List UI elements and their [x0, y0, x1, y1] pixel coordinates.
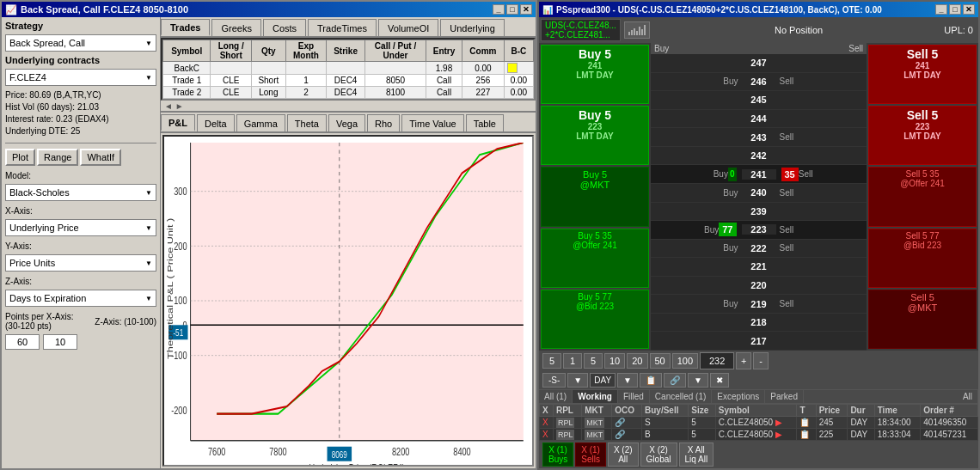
- ob-row-220: 220: [651, 277, 867, 296]
- buy-mkt-label: Buy 5: [543, 169, 646, 180]
- svg-text:8069: 8069: [332, 449, 348, 460]
- oco-1[interactable]: 🔗: [615, 418, 625, 427]
- tab-greeks[interactable]: Greeks: [211, 19, 260, 36]
- dropdown-btn-2[interactable]: ▼: [617, 373, 638, 388]
- cancel-x-2[interactable]: X: [542, 430, 548, 439]
- cancel-all-btn[interactable]: X (2) All: [608, 443, 639, 467]
- yaxis-dropdown[interactable]: Price Units ▼: [5, 254, 156, 272]
- liq-all-btn[interactable]: X All Liq All: [679, 443, 714, 467]
- sell-mkt-btn[interactable]: Sell 5 @MKT: [868, 290, 977, 349]
- mini-chart-icon[interactable]: [624, 21, 650, 39]
- qty-plus-btn[interactable]: +: [736, 352, 751, 369]
- range-button[interactable]: Range: [37, 149, 78, 166]
- rpl-btn-1[interactable]: RPL: [556, 418, 575, 428]
- zaxis-dropdown[interactable]: Days to Expiration ▼: [5, 290, 156, 307]
- tab-costs[interactable]: Costs: [263, 19, 306, 36]
- yaxis-row: Y-Axis:: [5, 241, 156, 251]
- tab-underlying[interactable]: Underlying: [440, 19, 505, 36]
- mkt-btn-1[interactable]: MKT: [585, 418, 604, 428]
- col-rpl: RPL: [553, 405, 581, 417]
- ob-price-239: 239: [742, 206, 776, 217]
- side-2: B: [642, 429, 689, 441]
- z-axis-value: Days to Expiration: [9, 293, 86, 303]
- model-dropdown[interactable]: Black-Scholes ▼: [5, 184, 156, 201]
- link-btn[interactable]: 🔗: [664, 373, 686, 388]
- maximize-btn[interactable]: □: [506, 4, 518, 15]
- qty-btn-50[interactable]: 50: [650, 353, 671, 369]
- tab-parked[interactable]: Parked: [765, 390, 804, 403]
- right-maximize-btn[interactable]: □: [949, 4, 961, 15]
- tab-volumeoi[interactable]: VolumeOI: [378, 19, 438, 36]
- ob-row-221: 221: [651, 258, 867, 277]
- sell-offer-btn[interactable]: Sell 5 35 @Offer 241: [868, 167, 977, 226]
- tab-working[interactable]: Working: [573, 390, 618, 403]
- scroll-bar[interactable]: ◄ ►: [161, 101, 536, 113]
- buy-bid-btn[interactable]: Buy 5 77 @Bid 223: [541, 290, 649, 349]
- qty-minus-btn[interactable]: -: [753, 352, 769, 369]
- tab-tradetimes[interactable]: TradeTimes: [308, 19, 377, 36]
- sell-btn-1[interactable]: Sell 5 241 LMT DAY: [868, 45, 977, 104]
- strategy-dropdown[interactable]: Back Spread, Call ▼: [5, 34, 156, 52]
- left-panel: 📈 Back Spread, Call F.CLEZ4 8050-8100 _ …: [0, 0, 537, 470]
- close-btn[interactable]: ✕: [520, 4, 532, 15]
- underlying-dropdown[interactable]: F.CLEZ4 ▼: [5, 69, 156, 86]
- buy-mkt-btn[interactable]: Buy 5 @MKT: [541, 167, 649, 226]
- clipboard-btn[interactable]: 📋: [640, 373, 662, 388]
- right-close-btn[interactable]: ✕: [963, 4, 975, 15]
- plot-button[interactable]: Plot: [5, 149, 35, 166]
- tab-trades[interactable]: Trades: [161, 19, 210, 36]
- ob-row-242: 242: [651, 147, 867, 166]
- qty-btn-20[interactable]: 20: [627, 353, 647, 369]
- tab-vega[interactable]: Vega: [328, 114, 365, 131]
- z-input[interactable]: [43, 334, 77, 350]
- buy-offer-label: Buy 5 35: [543, 231, 646, 241]
- whatif-button[interactable]: WhatIf: [80, 149, 121, 166]
- stop-btn[interactable]: -S-: [542, 373, 566, 388]
- tab-theta[interactable]: Theta: [287, 114, 327, 131]
- sell-sub-2: 223: [871, 122, 974, 131]
- svg-text:-51: -51: [173, 327, 183, 339]
- qty-btn-5b[interactable]: 5: [584, 353, 603, 369]
- qty-input[interactable]: [700, 352, 734, 369]
- qty-btn-10[interactable]: 10: [604, 353, 625, 369]
- tab-table[interactable]: Table: [466, 114, 504, 131]
- tab-exceptions[interactable]: Exceptions: [712, 390, 765, 403]
- qty-btn-5a[interactable]: 5: [542, 353, 561, 369]
- points-input[interactable]: [5, 334, 40, 350]
- buy-offer-btn[interactable]: Buy 5 35 @Offer 241: [541, 229, 649, 288]
- xaxis-dropdown[interactable]: Underlying Price ▼: [5, 219, 156, 236]
- buy-btn-1[interactable]: Buy 5 241 LMT DAY: [541, 45, 649, 104]
- minimize-btn[interactable]: _: [493, 4, 505, 15]
- dropdown-btn-1[interactable]: ▼: [567, 373, 588, 388]
- oco-2[interactable]: 🔗: [615, 430, 625, 439]
- cancel-sells-btn[interactable]: X (1) Sells: [575, 443, 606, 467]
- buy-btn-2[interactable]: Buy 5 223 LMT DAY: [541, 106, 649, 165]
- cancel-x-1[interactable]: X: [542, 418, 548, 427]
- qty-btn-100[interactable]: 100: [672, 353, 698, 369]
- tab-cancelled[interactable]: Cancelled (1): [650, 390, 712, 403]
- tab-pl[interactable]: P&L: [161, 114, 195, 131]
- tab-rho[interactable]: Rho: [367, 114, 400, 131]
- tab-delta[interactable]: Delta: [197, 114, 235, 131]
- mkt-btn-2[interactable]: MKT: [585, 430, 604, 440]
- plot-range-buttons: Plot Range WhatIf: [5, 149, 156, 166]
- points-row: Points per X-Axis: (30-120 pts) Z-Axis: …: [5, 312, 156, 331]
- rpl-btn-2[interactable]: RPL: [556, 430, 575, 440]
- tab-filled[interactable]: Filled: [618, 390, 650, 403]
- sell-btn-2[interactable]: Sell 5 223 LMT DAY: [868, 106, 977, 165]
- tab-all-right[interactable]: All: [958, 390, 978, 403]
- sell-bid-btn[interactable]: Sell 5 77 @Bid 223: [868, 229, 977, 288]
- cancel-buys-btn[interactable]: X (1) Buys: [542, 443, 573, 467]
- tab-all[interactable]: All (1): [539, 390, 573, 403]
- cancel-btn[interactable]: ✖: [710, 373, 729, 388]
- bid-bar-241: 0: [728, 168, 737, 181]
- model-row: Model:: [5, 171, 156, 180]
- tab-gamma[interactable]: Gamma: [236, 114, 285, 131]
- day-btn[interactable]: DAY: [590, 373, 616, 388]
- tab-time-value[interactable]: Time Value: [401, 114, 463, 131]
- cancel-global-btn[interactable]: X (2) Global: [640, 443, 677, 467]
- right-minimize-btn[interactable]: _: [935, 4, 947, 15]
- qty-btn-1[interactable]: 1: [563, 353, 582, 369]
- ticker-box-1[interactable]: UDS(-C.CLEZ48... +2*C.CLEZ481...: [541, 19, 621, 41]
- dropdown-btn-3[interactable]: ▼: [688, 373, 708, 388]
